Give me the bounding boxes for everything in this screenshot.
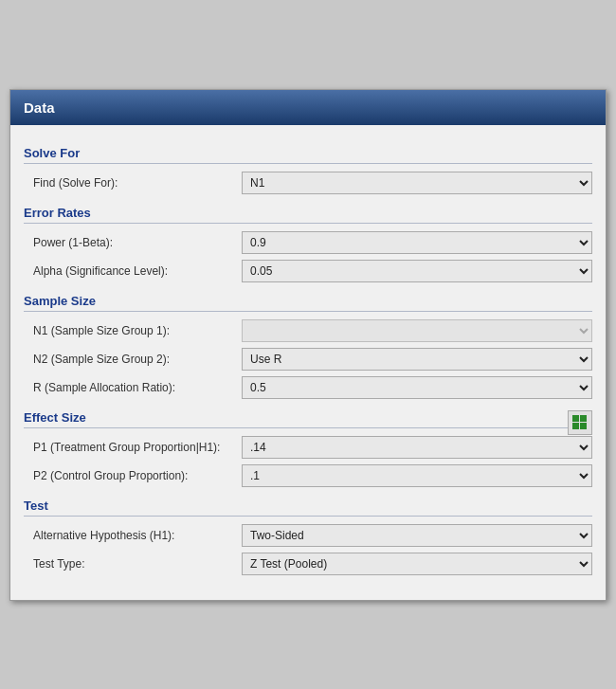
label-r: R (Sample Allocation Ratio):	[33, 381, 242, 394]
select-n2[interactable]: Use R Enter N2	[242, 348, 592, 371]
row-r: R (Sample Allocation Ratio): 0.5 1 2	[24, 376, 592, 399]
control-find-solve-for: N1 Power Alpha N2	[242, 172, 592, 194]
select-alpha[interactable]: 0.05 0.01 0.1	[242, 260, 592, 282]
select-alternative-hypothesis[interactable]: Two-Sided One-Sided	[242, 524, 592, 547]
row-n1: N1 (Sample Size Group 1):	[24, 319, 592, 342]
label-n1: N1 (Sample Size Group 1):	[33, 324, 242, 337]
row-p1: P1 (Treatment Group Proportion|H1): .14 …	[24, 436, 592, 459]
control-alternative-hypothesis: Two-Sided One-Sided	[242, 524, 592, 547]
row-power: Power (1-Beta): 0.9 0.8 0.95 0.99	[24, 231, 592, 254]
main-window: Data Solve For Find (Solve For): N1 Powe…	[9, 89, 607, 601]
section-effect-size-wrapper: Effect Size P1 (Treatment Group Proporti…	[24, 410, 592, 487]
label-n2: N2 (Sample Size Group 2):	[33, 353, 242, 366]
grid-cell-2	[580, 415, 587, 422]
grid-icon	[572, 415, 588, 430]
label-alpha: Alpha (Significance Level):	[33, 264, 242, 278]
row-alpha: Alpha (Significance Level): 0.05 0.01 0.…	[24, 260, 592, 282]
control-alpha: 0.05 0.01 0.1	[242, 260, 592, 282]
section-sample-size: Sample Size	[24, 294, 592, 312]
label-alternative-hypothesis: Alternative Hypothesis (H1):	[33, 529, 242, 542]
control-n2: Use R Enter N2	[242, 348, 592, 371]
title-bar: Data	[10, 90, 606, 125]
control-test-type: Z Test (Pooled) Z Test (Unpooled) Chi-Sq…	[242, 553, 592, 575]
label-power: Power (1-Beta):	[33, 236, 242, 249]
grid-icon-button[interactable]	[568, 410, 592, 435]
select-r[interactable]: 0.5 1 2	[242, 376, 592, 399]
select-find-solve-for[interactable]: N1 Power Alpha N2	[242, 172, 592, 194]
row-n2: N2 (Sample Size Group 2): Use R Enter N2	[24, 348, 592, 371]
label-p2: P2 (Control Group Proportion):	[33, 469, 242, 482]
grid-cell-3	[572, 423, 579, 429]
select-power[interactable]: 0.9 0.8 0.95 0.99	[242, 231, 592, 254]
control-power: 0.9 0.8 0.95 0.99	[242, 231, 592, 254]
section-error-rates: Error Rates	[24, 206, 592, 224]
select-p1[interactable]: .14 .1 .2 .3	[242, 436, 592, 459]
section-solve-for: Solve For	[24, 146, 592, 164]
control-n1	[242, 319, 592, 342]
content-area: Solve For Find (Solve For): N1 Power Alp…	[10, 125, 606, 600]
row-test-type: Test Type: Z Test (Pooled) Z Test (Unpoo…	[24, 553, 592, 575]
grid-cell-1	[572, 415, 579, 422]
section-test: Test	[24, 499, 592, 517]
control-r: 0.5 1 2	[242, 376, 592, 399]
select-p2[interactable]: .1 .05 .2 .3	[242, 464, 592, 487]
section-effect-size: Effect Size	[24, 410, 592, 428]
row-find-solve-for: Find (Solve For): N1 Power Alpha N2	[24, 172, 592, 194]
window-title: Data	[24, 100, 55, 116]
grid-cell-4	[580, 423, 587, 429]
row-alternative-hypothesis: Alternative Hypothesis (H1): Two-Sided O…	[24, 524, 592, 547]
control-p1: .14 .1 .2 .3	[242, 436, 592, 459]
label-test-type: Test Type:	[33, 557, 242, 571]
label-p1: P1 (Treatment Group Proportion|H1):	[33, 441, 242, 454]
row-p2: P2 (Control Group Proportion): .1 .05 .2…	[24, 464, 592, 487]
select-test-type[interactable]: Z Test (Pooled) Z Test (Unpooled) Chi-Sq…	[242, 553, 592, 575]
control-p2: .1 .05 .2 .3	[242, 464, 592, 487]
select-n1	[242, 319, 592, 342]
label-find-solve-for: Find (Solve For):	[33, 176, 242, 190]
